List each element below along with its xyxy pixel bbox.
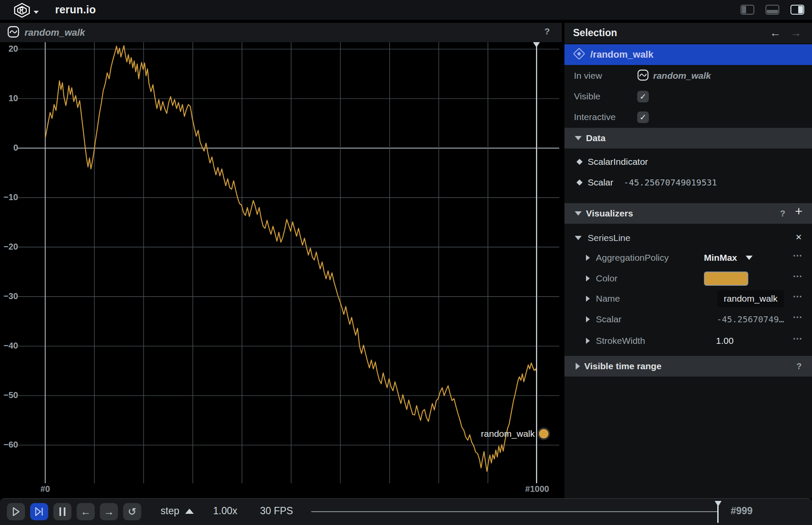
component-label: ScalarIndicator xyxy=(588,157,648,167)
chevron-up-icon xyxy=(185,509,194,514)
name-value-field[interactable]: random_walk xyxy=(717,290,784,307)
expand-caret-icon xyxy=(586,255,590,261)
visible-time-range-header[interactable]: Visible time range ? xyxy=(564,356,812,377)
timeline-name: step xyxy=(161,505,179,517)
in-view-value[interactable]: random_walk xyxy=(653,71,711,81)
data-section-title: Data xyxy=(586,133,606,143)
loop-button[interactable]: ↺ xyxy=(123,503,141,520)
history-back-icon[interactable]: ← xyxy=(770,26,781,40)
y-tick-label: −40 xyxy=(0,341,18,351)
more-options-icon[interactable]: ⋯ xyxy=(793,312,803,323)
collapse-caret-icon xyxy=(575,236,582,240)
step-forward-button[interactable]: → xyxy=(100,503,118,520)
expand-caret-icon xyxy=(586,275,590,281)
property-row-color[interactable]: Color ⋯ xyxy=(564,268,812,289)
collapse-caret-icon xyxy=(575,211,582,216)
property-label: Scalar xyxy=(596,314,622,324)
rerun-logo-icon xyxy=(13,3,31,20)
property-label: AggregationPolicy xyxy=(596,253,669,263)
expand-caret-icon xyxy=(586,316,590,322)
visible-checkbox[interactable]: ✓ xyxy=(637,91,649,102)
interactive-checkbox[interactable]: ✓ xyxy=(637,111,649,123)
rerun-menu-button[interactable] xyxy=(13,3,39,20)
pause-button[interactable] xyxy=(53,503,71,520)
top-bar: rerun.io xyxy=(0,0,812,20)
add-visualizer-button[interactable]: + xyxy=(795,204,803,219)
seriesline-row[interactable]: SeriesLine × xyxy=(564,228,812,248)
follow-button[interactable] xyxy=(30,503,48,520)
timeseries-view-icon xyxy=(7,26,19,40)
more-options-icon[interactable]: ⋯ xyxy=(793,333,803,344)
chevron-down-icon xyxy=(34,11,39,14)
view-header[interactable]: random_walk ? xyxy=(0,23,562,42)
selection-title: Selection xyxy=(573,27,617,39)
expand-caret-icon xyxy=(586,296,590,302)
entity-path: /random_walk xyxy=(590,49,654,60)
aggregation-value[interactable]: MinMax xyxy=(704,253,737,263)
time-cursor-line[interactable] xyxy=(536,42,537,483)
x-tick-label: #0 xyxy=(24,484,67,494)
visible-row: Visible ✓ xyxy=(564,86,812,107)
visible-time-range-title: Visible time range xyxy=(584,361,661,371)
visualizers-help-button[interactable]: ? xyxy=(780,209,785,219)
timeseries-view: random_walk ? 20100−10−20−30−40−50−60 ra… xyxy=(0,23,562,498)
x-axis-labels: #0#1000 xyxy=(0,483,559,497)
timeline-cursor-handle-icon[interactable] xyxy=(715,501,722,506)
property-row-scalar[interactable]: Scalar -45.25670749… ⋯ xyxy=(564,309,812,330)
visible-label: Visible xyxy=(574,91,600,102)
property-label: Color xyxy=(596,273,617,284)
fps-indicator[interactable]: 30 FPS xyxy=(260,505,293,517)
step-back-button[interactable]: ← xyxy=(77,503,95,520)
scalar-value: -45.25670749… xyxy=(716,314,784,324)
property-row-strokewidth[interactable]: StrokeWidth 1.00 ⋯ xyxy=(564,330,812,351)
property-row-name[interactable]: Name random_walk ⋯ xyxy=(564,288,812,309)
y-tick-label: −20 xyxy=(0,242,18,252)
view-help-button[interactable]: ? xyxy=(544,26,550,37)
property-row-aggregationpolicy[interactable]: AggregationPolicy MinMax ⋯ xyxy=(564,247,812,268)
timeline-selector[interactable]: step xyxy=(161,505,194,517)
component-diamond-icon xyxy=(576,179,583,185)
playback-controls: ← → ↺ xyxy=(7,503,141,520)
color-swatch[interactable] xyxy=(704,272,748,286)
visualizers-title: Visualizers xyxy=(586,208,633,219)
y-tick-label: −10 xyxy=(0,192,18,202)
legend-series-dot-icon xyxy=(537,427,550,440)
timeline-track[interactable] xyxy=(311,511,718,512)
selected-entity-row[interactable]: /random_walk xyxy=(564,44,812,65)
time-cursor-handle-icon[interactable] xyxy=(533,42,540,47)
component-value: -45.25670749019531 xyxy=(624,177,717,188)
more-options-icon[interactable]: ⋯ xyxy=(793,250,803,261)
playback-speed[interactable]: 1.00x xyxy=(213,505,237,517)
in-view-row: In view random_walk xyxy=(564,65,812,86)
data-section-header[interactable]: Data xyxy=(564,128,812,148)
history-forward-icon[interactable]: → xyxy=(790,26,802,40)
legend-label: random_walk xyxy=(481,429,535,439)
play-button[interactable] xyxy=(7,503,25,520)
data-item-row[interactable]: ScalarIndicator xyxy=(564,151,812,172)
visualizers-section-header[interactable]: Visualizers ? + xyxy=(564,203,812,224)
time-panel: ← → ↺ step 1.00x 30 FPS #999 xyxy=(0,498,812,525)
property-label: Name xyxy=(596,293,620,304)
visible-time-range-help-button[interactable]: ? xyxy=(797,361,802,371)
y-tick-label: −50 xyxy=(0,390,18,400)
timeline-cursor[interactable] xyxy=(717,504,719,523)
more-options-icon[interactable]: ⋯ xyxy=(793,271,803,282)
expand-caret-icon xyxy=(586,338,590,344)
strokewidth-value[interactable]: 1.00 xyxy=(716,336,734,346)
data-item-row[interactable]: Scalar -45.25670749019531 xyxy=(564,172,812,193)
close-icon[interactable]: × xyxy=(796,231,802,243)
right-panel-toggle-icon[interactable] xyxy=(790,5,804,15)
x-tick-label: #1000 xyxy=(516,484,559,494)
current-frame-label: #999 xyxy=(731,505,753,517)
in-view-label: In view xyxy=(574,71,602,81)
plot-legend[interactable]: random_walk xyxy=(481,427,550,440)
left-panel-toggle-icon[interactable] xyxy=(741,5,754,15)
more-options-icon[interactable]: ⋯ xyxy=(793,291,803,302)
bottom-panel-toggle-icon[interactable] xyxy=(766,5,779,15)
app-title: rerun.io xyxy=(55,3,96,16)
y-tick-label: −30 xyxy=(0,291,18,301)
plot-area[interactable]: 20100−10−20−30−40−50−60 random_walk xyxy=(0,42,559,483)
selection-panel: Selection ← → /random_walk In view rando… xyxy=(564,23,812,498)
y-tick-label: 0 xyxy=(0,143,18,153)
timeseries-view-icon xyxy=(637,69,649,83)
